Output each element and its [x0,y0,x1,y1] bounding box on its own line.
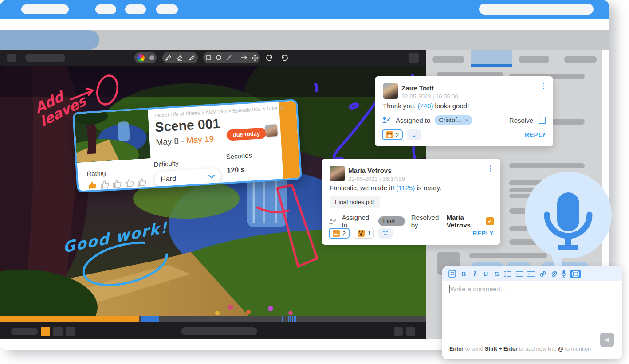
reply-button[interactable]: REPLY [472,230,494,237]
browser-menu-placeholder-3[interactable] [156,4,178,14]
remove-assignee-icon[interactable]: × [465,117,469,124]
browser-menu-placeholder-1[interactable] [95,4,116,14]
undo-icon[interactable] [280,54,289,62]
player-button-placeholder-3[interactable] [394,327,403,336]
strikethrough-button[interactable]: S [493,270,500,278]
difficulty-value: Hard [161,175,177,184]
thumb-up-icon-filled[interactable] [87,180,98,191]
eraser-icon[interactable] [177,55,183,61]
reaction-chip-shock[interactable]: 1 [354,228,374,239]
thumb-up-icon[interactable] [124,178,135,188]
rectangle-tool-icon[interactable] [205,55,212,61]
scene-task-card[interactable]: Secret Life of Plants > ANM INB > Episod… [72,99,302,193]
tab-placeholder-1[interactable] [432,56,464,63]
indent-icon[interactable] [516,271,523,277]
frame-link[interactable]: (240) [417,102,433,110]
hint-to-send: to send [464,346,485,352]
reaction-count: 1 [367,230,370,237]
timeline-marker[interactable] [294,316,295,322]
timeline-marker[interactable] [290,316,291,322]
add-reaction-button[interactable] [407,129,421,140]
player-button-placeholder-2[interactable] [66,327,75,336]
underline-button[interactable]: U [482,270,489,278]
comment-card-maria: Maria Vetrovs 22-05-2023 | 16:14:59 ⋮ Fa… [322,159,500,245]
send-button[interactable] [600,333,614,347]
assignee-check-icon [329,218,336,225]
assignee-avatar[interactable] [265,124,278,137]
assignee-chip[interactable]: Cristof...× [435,115,472,125]
add-reaction-smiley-icon [411,132,417,137]
thumb-up-icon[interactable] [137,177,147,188]
resolved-checkbox[interactable]: ✓ [486,217,494,225]
outdent-icon[interactable] [527,271,535,277]
assigned-to-label: Assigned to [396,117,430,124]
mic-icon[interactable] [561,270,566,278]
arrow-tool-icon[interactable] [240,55,248,61]
video-comment-button-active[interactable] [570,270,581,278]
reaction-chip-grin[interactable]: 2 [382,129,403,140]
resolve-checkbox[interactable] [539,117,546,124]
timeline-marker[interactable] [288,316,289,322]
reaction-chip-grin[interactable]: 2 [329,228,350,239]
reply-button[interactable]: REPLY [525,131,546,138]
fullscreen-button-placeholder[interactable] [406,327,415,336]
player-button-placeholder-1[interactable] [53,327,63,336]
scrubber-placeholder[interactable] [181,327,257,335]
comment-composer: B I U S Write a comment... Enter to send… [442,266,622,359]
bold-button[interactable]: B [460,270,467,278]
assignee-chip-label: Cristof... [439,117,462,124]
kebab-menu-icon[interactable]: ⋮ [540,82,547,90]
timeline-marker[interactable] [295,316,296,322]
player-menu-placeholder[interactable] [7,54,16,62]
frame-link[interactable]: (1125) [396,184,415,192]
move-tool-icon[interactable] [252,55,258,61]
comment-timestamp: 22-05-2023 | 16:14:59 [348,176,405,182]
ellipse-tool-icon[interactable] [216,55,222,61]
avatar-zaire[interactable] [383,83,398,99]
player-expand-placeholder[interactable] [409,53,419,63]
pencil-icon[interactable] [189,55,195,61]
text-caret [449,285,450,293]
difficulty-dropdown[interactable]: Hard [154,168,221,188]
emoji-icon[interactable] [448,270,456,278]
composer-toolbar: B I U S [442,266,622,281]
thumb-up-icon[interactable] [99,180,110,190]
avatar-maria[interactable] [330,166,345,181]
tab-placeholder-3[interactable] [564,56,597,63]
italic-button[interactable]: I [471,270,478,278]
browser-menu-placeholder-2[interactable] [125,4,146,14]
player-timeline[interactable] [0,316,426,322]
send-icon [604,337,611,344]
add-reaction-button[interactable] [378,228,393,239]
player-header [0,50,426,66]
assignment-row: Assigned to Lind... Resolved by Maria Ve… [329,214,494,229]
assignee-chip[interactable]: Lind... [378,216,405,226]
brush-icon[interactable] [165,55,172,61]
color-wheel-icon[interactable] [137,54,145,62]
brush-size-dot[interactable] [149,55,154,60]
assignment-row: Assigned to Cristof...× Resolve [382,115,546,125]
timeline-marker[interactable] [282,316,283,322]
composer-hints: Enter to send Shift + Enter to add new l… [449,346,591,352]
kebab-menu-icon[interactable]: ⋮ [487,164,494,172]
line-tool-icon[interactable] [226,55,232,61]
tab-placeholder-2[interactable] [519,56,549,63]
record-annotate-button[interactable] [41,327,50,336]
link-icon[interactable] [539,270,546,277]
difficulty-label: Difficulty [153,157,220,168]
timeline-segment [141,316,159,322]
reaction-count: 2 [396,132,399,138]
browser-search-placeholder[interactable] [479,4,594,15]
comment-input[interactable]: Write a comment... [449,285,506,293]
timeline-progress [0,316,139,322]
attachment-chip[interactable]: Final notes.pdf [330,196,380,208]
tab-active-placeholder[interactable] [471,50,512,64]
annotation-rectangle-red [277,185,317,266]
bullet-list-icon[interactable] [504,271,512,277]
comment-text: Thank you. (240) looks good! [383,102,469,110]
thumb-up-icon[interactable] [112,179,122,189]
redo-icon[interactable] [265,54,274,62]
timeline-marker[interactable] [292,316,293,322]
paperclip-icon[interactable] [550,270,557,278]
skeleton-line [509,163,585,168]
